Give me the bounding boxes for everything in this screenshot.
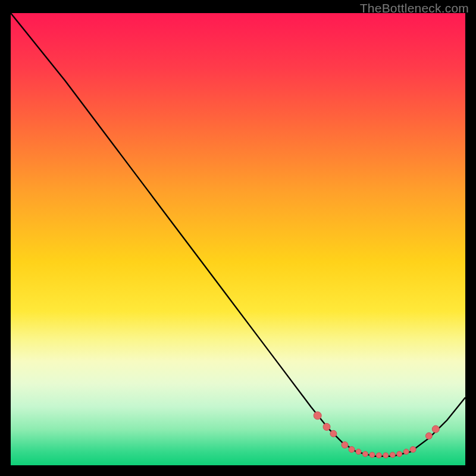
marker-dot xyxy=(356,449,361,455)
marker-dot xyxy=(314,412,321,419)
dots-layer xyxy=(11,13,465,465)
chart-frame: TheBottleneck.com xyxy=(0,0,476,476)
marker-dot xyxy=(390,452,395,458)
watermark-text: TheBottleneck.com xyxy=(360,1,469,15)
marker-dot xyxy=(410,446,416,452)
chart-plot-area xyxy=(11,13,465,465)
marker-dot xyxy=(383,453,389,458)
marker-dot xyxy=(323,423,330,430)
marker-dot xyxy=(432,425,439,433)
marker-dot xyxy=(397,452,402,457)
marker-dot xyxy=(362,452,368,457)
marker-dot xyxy=(376,453,381,458)
marker-dot xyxy=(330,430,337,437)
marker-dot xyxy=(342,441,348,448)
marker-dot xyxy=(349,446,355,452)
marker-dots xyxy=(314,412,439,458)
marker-dot xyxy=(425,433,432,439)
marker-dot xyxy=(369,452,375,458)
marker-dot xyxy=(403,449,409,455)
